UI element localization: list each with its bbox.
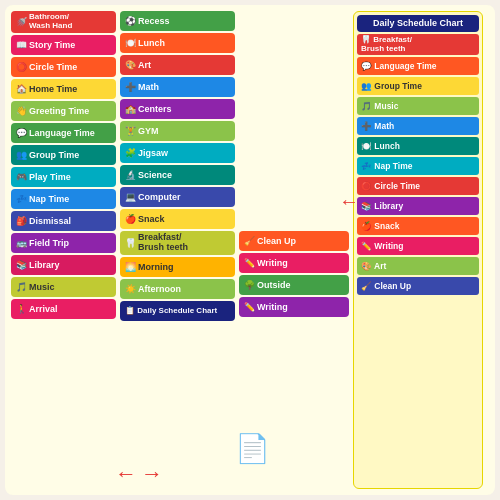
list-item-daily-chart: 📋 Daily Schedule Chart: [120, 301, 235, 321]
paper-icon: 📄: [235, 432, 270, 465]
list-item: 🎨 Art: [120, 55, 235, 75]
list-item-outside: 🌳 Outside: [239, 275, 349, 295]
list-item: ⭕ Circle Time: [11, 57, 116, 77]
right-list-item-art: 🎨 Art: [357, 257, 479, 275]
list-item: 💤 Nap Time: [11, 189, 116, 209]
second-middle-panel: 🧹 Clean Up ✏️ Writing 🌳 Outside ✏️ Writi…: [239, 11, 349, 489]
list-item-computer: 💻 Computer: [120, 187, 235, 207]
arrow-indicator: ←: [339, 190, 359, 213]
list-item-arrival: 🚶 Arrival: [11, 299, 116, 319]
list-item: 🧩 Jigsaw: [120, 143, 235, 163]
list-item-math: ➕ Math: [120, 77, 235, 97]
list-item: 💬 Language Time: [11, 123, 116, 143]
list-item: 🏠 Home Time: [11, 79, 116, 99]
list-item: 🎮 Play Time: [11, 167, 116, 187]
list-item-writing-right: ✏️ Writing: [239, 297, 349, 317]
right-list-item-math: ➕ Math: [357, 117, 479, 135]
list-item: ☀️ Afternoon: [120, 279, 235, 299]
list-item: 🔬 Science: [120, 165, 235, 185]
right-list-item: 🦷 Breakfast/Brush teeth: [357, 34, 479, 56]
main-container: 🚿 Bathroom/Wash Hand 📖 Story Time ⭕ Circ…: [5, 5, 495, 495]
list-item-writing-mid: ✏️ Writing: [239, 253, 349, 273]
right-arrow-icon: →: [141, 461, 163, 487]
right-list-item-lunch: 🍽️ Lunch: [357, 137, 479, 155]
list-item: 🎒 Dismissal: [11, 211, 116, 231]
list-item: 🎵 Music: [11, 277, 116, 297]
right-list-item-writing: ✏️ Writing: [357, 237, 479, 255]
left-panel: 🚿 Bathroom/Wash Hand 📖 Story Time ⭕ Circ…: [11, 11, 116, 489]
right-list-item-snack: 🍎 Snack: [357, 217, 479, 235]
daily-schedule-panel: Daily Schedule Chart 🦷 Breakfast/Brush t…: [353, 11, 483, 489]
list-item: 🍎 Snack: [120, 209, 235, 229]
list-item: 👋 Greeting Time: [11, 101, 116, 121]
list-item: 🏫 Centers: [120, 99, 235, 119]
list-item: 🚌 Field Trip: [11, 233, 116, 253]
right-list-item: 🎵 Music: [357, 97, 479, 115]
middle-panel: ⚽ Recess 🍽️ Lunch 🎨 Art ➕ Math 🏫 Centers…: [120, 11, 235, 489]
list-item: 🌅 Morning: [120, 257, 235, 277]
list-item: 📚 Library: [11, 255, 116, 275]
list-item: 👥 Group Time: [11, 145, 116, 165]
daily-schedule-title: Daily Schedule Chart: [357, 15, 479, 32]
right-list-item-library: 📚 Library: [357, 197, 479, 215]
list-item: 🏋️ GYM: [120, 121, 235, 141]
bottom-arrows: ← →: [115, 461, 163, 487]
list-item: 🦷 Breakfast/Brush teeth: [120, 231, 235, 255]
list-item: 🚿 Bathroom/Wash Hand: [11, 11, 116, 33]
list-item: 📖 Story Time: [11, 35, 116, 55]
right-list-item: 👥 Group Time: [357, 77, 479, 95]
right-list-item-nap: 💤 Nap Time: [357, 157, 479, 175]
list-item-cleanup: 🧹 Clean Up: [239, 231, 349, 251]
right-list-item-cleanup: 🧹 Clean Up: [357, 277, 479, 295]
list-item: ⚽ Recess: [120, 11, 235, 31]
right-list-item-circle: ⭕ Circle Time: [357, 177, 479, 195]
list-item: 🍽️ Lunch: [120, 33, 235, 53]
left-arrow-icon: ←: [115, 461, 137, 487]
right-list-item: 💬 Language Time: [357, 57, 479, 75]
